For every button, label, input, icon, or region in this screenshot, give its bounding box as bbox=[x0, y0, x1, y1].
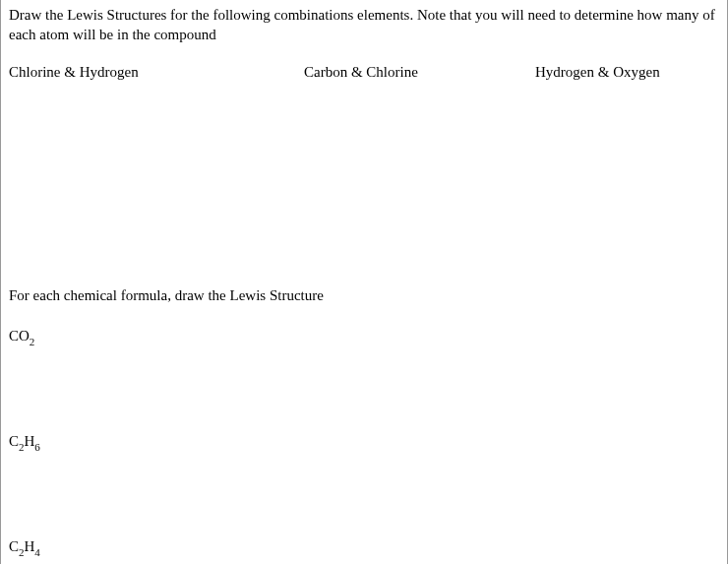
formula-subscript: 6 bbox=[34, 441, 40, 453]
section2-prompt: For each chemical formula, draw the Lewi… bbox=[9, 287, 719, 304]
formula-subscript: 2 bbox=[30, 336, 35, 347]
formula-c2h4: C2H4 bbox=[9, 538, 719, 557]
formula-c2h6: C2H6 bbox=[9, 433, 719, 452]
formula-text: CO bbox=[9, 328, 30, 344]
combination-2: Carbon & Chlorine bbox=[304, 64, 535, 81]
formula-text: C bbox=[9, 538, 19, 554]
formula-subscript: 2 bbox=[19, 441, 25, 453]
formula-text: H bbox=[25, 433, 35, 449]
formula-co2: CO2 bbox=[9, 328, 719, 346]
formula-text: H bbox=[25, 538, 35, 554]
combination-1: Chlorine & Hydrogen bbox=[9, 64, 304, 81]
element-combinations-row: Chlorine & Hydrogen Carbon & Chlorine Hy… bbox=[9, 64, 719, 81]
worksheet-page: Draw the Lewis Structures for the follow… bbox=[0, 0, 728, 564]
combination-3: Hydrogen & Oxygen bbox=[535, 64, 719, 81]
formula-text: C bbox=[9, 433, 19, 449]
section1-prompt: Draw the Lewis Structures for the follow… bbox=[9, 6, 719, 44]
formula-subscript: 2 bbox=[19, 546, 25, 558]
formula-subscript: 4 bbox=[34, 546, 40, 558]
